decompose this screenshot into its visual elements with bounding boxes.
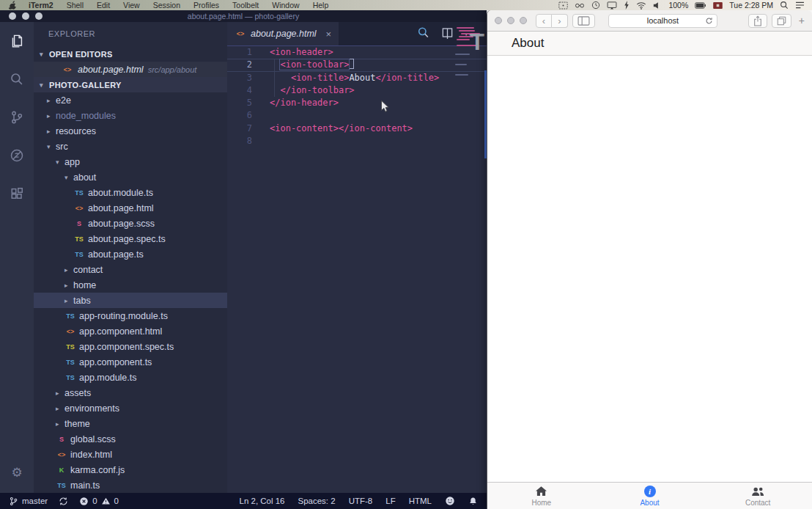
menu-profiles[interactable]: Profiles xyxy=(187,1,226,10)
screen-capture-icon[interactable] xyxy=(558,1,568,10)
debug-icon[interactable] xyxy=(7,145,27,166)
project-section-header[interactable]: ▾ PHOTO-GALLERY xyxy=(34,77,227,92)
more-actions-icon[interactable]: ··· xyxy=(465,29,476,40)
tree-file-global.scss[interactable]: Sglobal.scss xyxy=(34,431,227,447)
menu-iterm2[interactable]: iTerm2 xyxy=(22,1,60,10)
volume-icon[interactable] xyxy=(653,1,662,10)
menu-view[interactable]: View xyxy=(117,1,147,10)
tree-folder-resources[interactable]: ▸resources xyxy=(34,123,227,139)
tree-folder-assets[interactable]: ▸assets xyxy=(34,385,227,400)
new-tab-button[interactable]: + xyxy=(796,15,808,26)
tree-folder-node_modules[interactable]: ▸node_modules xyxy=(34,108,227,123)
split-editor-icon[interactable] xyxy=(441,26,454,42)
address-bar[interactable]: localhost xyxy=(608,14,717,28)
code-line-6[interactable]: 6 xyxy=(227,109,487,122)
tree-folder-tabs[interactable]: ▸tabs xyxy=(34,293,227,308)
wifi-icon[interactable] xyxy=(636,1,646,10)
explorer-icon[interactable] xyxy=(7,31,27,51)
encoding-setting[interactable]: UTF-8 xyxy=(349,497,373,505)
sidebar-toggle-icon[interactable] xyxy=(572,14,595,28)
problems-indicator[interactable]: 0 0 xyxy=(79,497,119,506)
menu-bar-clock[interactable]: Tue 2:28 PM xyxy=(729,1,773,10)
battery-icon[interactable] xyxy=(695,2,706,9)
bolt-icon[interactable] xyxy=(624,1,630,10)
menu-session[interactable]: Session xyxy=(147,1,187,10)
close-tab-icon[interactable]: × xyxy=(325,29,331,40)
eol-setting[interactable]: LF xyxy=(385,497,395,505)
language-mode[interactable]: HTML xyxy=(409,497,432,505)
code-line-5[interactable]: 5</ion-header> xyxy=(227,97,487,109)
clock-icon[interactable] xyxy=(591,1,600,10)
code-line-3[interactable]: 3 <ion-title>About</ion-title> xyxy=(227,72,487,84)
tree-folder-about[interactable]: ▾about xyxy=(34,169,227,185)
tree-file-app.component.spec.ts[interactable]: TSapp.component.spec.ts xyxy=(34,339,227,354)
close-window-button[interactable] xyxy=(9,12,16,20)
tree-file-app.module.ts[interactable]: TSapp.module.ts xyxy=(34,370,227,385)
ion-tab-contact[interactable]: Contact xyxy=(704,483,812,509)
code-line-1[interactable]: 1<ion-header> xyxy=(227,46,487,59)
cursor-position[interactable]: Ln 2, Col 16 xyxy=(240,497,285,505)
tree-file-about.page.html[interactable]: <>about.page.html xyxy=(34,200,227,216)
tree-file-about.module.ts[interactable]: TSabout.module.ts xyxy=(34,185,227,200)
open-editor-item[interactable]: <> about.page.html src/app/about xyxy=(34,62,227,77)
tree-file-app-routing.module.ts[interactable]: TSapp-routing.module.ts xyxy=(34,308,227,323)
open-editors-section-header[interactable]: ▾ OPEN EDITORS xyxy=(34,46,227,62)
indentation-setting[interactable]: Spaces: 2 xyxy=(298,497,336,505)
code-editor[interactable]: 1<ion-header>2 <ion-toolbar>3 <ion-title… xyxy=(227,45,487,493)
minimize-window-button[interactable] xyxy=(22,12,29,20)
tree-file-about.page.spec.ts[interactable]: TSabout.page.spec.ts xyxy=(34,231,227,246)
refresh-icon[interactable] xyxy=(705,17,713,26)
close-window-button[interactable] xyxy=(495,17,502,24)
page-title: About xyxy=(512,36,544,51)
menu-help[interactable]: Help xyxy=(306,1,336,10)
tree-folder-app[interactable]: ▾app xyxy=(34,154,227,169)
settings-gear-icon[interactable]: ⚙ xyxy=(7,462,27,483)
tree-folder-home[interactable]: ▸home xyxy=(34,277,227,293)
code-line-4[interactable]: 4 </ion-toolbar> xyxy=(227,84,487,97)
feedback-smiley-icon[interactable] xyxy=(445,496,455,506)
tree-file-karma.conf.js[interactable]: Kkarma.conf.js xyxy=(34,462,227,477)
tree-file-app.component.html[interactable]: <>app.component.html xyxy=(34,323,227,339)
airplay-display-icon[interactable] xyxy=(607,1,617,10)
extensions-icon[interactable] xyxy=(7,183,27,204)
tree-folder-e2e[interactable]: ▸e2e xyxy=(34,92,227,108)
tab-overview-icon[interactable] xyxy=(772,14,791,28)
tree-folder-contact[interactable]: ▸contact xyxy=(34,262,227,277)
notifications-bell-icon[interactable] xyxy=(468,497,478,506)
zoom-window-button[interactable] xyxy=(35,12,43,20)
spotlight-icon[interactable] xyxy=(780,1,789,10)
tree-file-app.component.ts[interactable]: TSapp.component.ts xyxy=(34,354,227,370)
search-icon[interactable] xyxy=(7,69,27,89)
menu-edit[interactable]: Edit xyxy=(90,1,117,10)
share-icon[interactable] xyxy=(748,14,767,28)
glasses-icon[interactable] xyxy=(575,2,585,9)
notification-center-icon[interactable] xyxy=(795,1,805,9)
tree-file-about.page.ts[interactable]: TSabout.page.ts xyxy=(34,246,227,262)
apple-menu-icon[interactable] xyxy=(0,1,22,10)
vscode-title-bar[interactable]: about.page.html — photo-gallery xyxy=(0,10,487,22)
tree-file-index.html[interactable]: <>index.html xyxy=(34,447,227,462)
ion-tab-about[interactable]: iAbout xyxy=(596,483,704,509)
minimize-window-button[interactable] xyxy=(507,17,514,24)
tree-folder-environments[interactable]: ▸environments xyxy=(34,400,227,416)
git-branch-indicator[interactable]: master xyxy=(9,497,48,506)
sync-icon[interactable] xyxy=(59,497,68,506)
code-line-2[interactable]: 2 <ion-toolbar> xyxy=(227,59,487,71)
code-line-7[interactable]: 7<ion-content></ion-content> xyxy=(227,122,487,135)
tree-folder-theme[interactable]: ▸theme xyxy=(34,416,227,431)
tree-file-main.ts[interactable]: TSmain.ts xyxy=(34,477,227,493)
menu-window[interactable]: Window xyxy=(265,1,306,10)
tree-file-about.page.scss[interactable]: Sabout.page.scss xyxy=(34,216,227,231)
menu-toolbelt[interactable]: Toolbelt xyxy=(226,1,265,10)
code-line-8[interactable]: 8 xyxy=(227,135,487,147)
open-preview-icon[interactable] xyxy=(416,26,430,43)
source-control-icon[interactable] xyxy=(7,107,27,128)
ion-tab-home[interactable]: Home xyxy=(487,483,596,509)
menu-shell[interactable]: Shell xyxy=(60,1,90,10)
forward-button[interactable]: › xyxy=(552,14,568,28)
zoom-window-button[interactable] xyxy=(520,17,527,24)
input-source-flag-icon[interactable] xyxy=(713,2,723,9)
tree-folder-src[interactable]: ▾src xyxy=(34,139,227,154)
back-button[interactable]: ‹ xyxy=(536,14,552,28)
editor-tab-about-page-html[interactable]: <> about.page.html × xyxy=(227,22,339,45)
